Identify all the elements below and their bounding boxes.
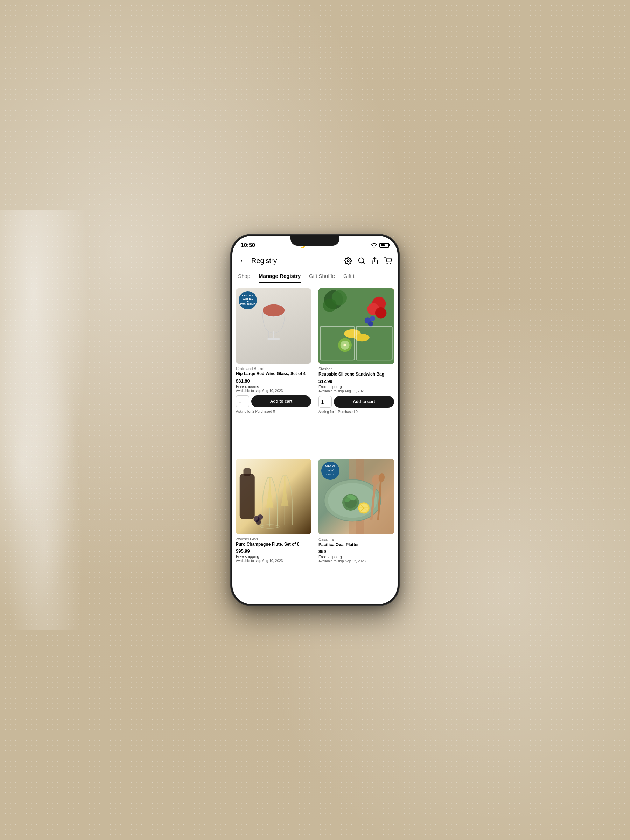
- nav-actions: [344, 257, 392, 265]
- product-image-champagne: [236, 459, 311, 534]
- cart-row-bag: Add to cart: [319, 396, 394, 408]
- svg-rect-32: [240, 474, 255, 519]
- product-card-platter: ONLY AT ♡♡ ZOLA Casafina Pacifica Oval P…: [315, 454, 398, 605]
- phone-wrapper: 10:50 🌙 ← Registry: [231, 235, 399, 605]
- svg-point-13: [323, 298, 337, 312]
- product-image-wine-glass: CRATE & BARREL★EXCLUSIVE: [236, 288, 311, 364]
- product-price-wine-glass: $31.80: [236, 378, 311, 384]
- tab-gift-t[interactable]: Gift t: [343, 270, 355, 283]
- svg-point-21: [343, 344, 346, 347]
- product-shipping-platter: Free shipping: [319, 555, 394, 559]
- product-badge-crate-barrel: CRATE & BARREL★EXCLUSIVE: [239, 291, 257, 309]
- product-image-platter: ONLY AT ♡♡ ZOLA: [319, 459, 394, 534]
- products-grid: CRATE & BARREL★EXCLUSIVE Crate and Barre…: [232, 284, 398, 604]
- svg-point-35: [257, 515, 263, 520]
- product-brand-bag: Stasher: [319, 367, 394, 371]
- page-title: Registry: [251, 257, 342, 265]
- product-price-bag: $12.99: [319, 379, 394, 384]
- quantity-input-bag[interactable]: [319, 396, 332, 408]
- product-shipping-champagne: Free shipping: [236, 554, 311, 559]
- svg-point-4: [387, 263, 387, 264]
- asking-info-wine-glass: Asking for 2 Purchased 0: [236, 409, 311, 413]
- svg-point-24: [368, 321, 373, 327]
- phone-screen: 10:50 🌙 ← Registry: [232, 236, 398, 604]
- wifi-icon: [371, 243, 377, 248]
- product-name-wine-glass: Hip Large Red Wine Glass, Set of 4: [236, 371, 311, 377]
- add-to-cart-button-bag[interactable]: Add to cart: [334, 396, 394, 408]
- notch: [291, 236, 339, 246]
- search-icon[interactable]: [358, 257, 365, 265]
- back-button[interactable]: ←: [238, 255, 248, 267]
- champagne-image: [236, 459, 311, 534]
- product-brand-champagne: Zwiesel Glas: [236, 537, 311, 541]
- svg-line-2: [363, 262, 364, 264]
- product-ship-date-wine-glass: Available to ship Aug 10, 2023: [236, 389, 311, 393]
- food-image: [319, 288, 394, 364]
- product-ship-date-champagne: Available to ship Aug 10, 2023: [236, 559, 311, 563]
- svg-rect-8: [267, 338, 280, 340]
- nav-header: ← Registry: [232, 252, 398, 270]
- product-name-platter: Pacifica Oval Platter: [319, 542, 394, 548]
- product-card-sandwich-bag: Stasher Reusable Silicone Sandwich Bag $…: [315, 284, 398, 454]
- svg-point-36: [256, 519, 261, 525]
- quantity-input-wine-glass[interactable]: [236, 395, 249, 407]
- product-name-bag: Reusable Silicone Sandwich Bag: [319, 372, 394, 377]
- product-image-sandwich-bag: [319, 288, 394, 364]
- svg-point-16: [375, 307, 387, 319]
- product-card-champagne: Zwiesel Glas Puro Champagne Flute, Set o…: [232, 454, 315, 605]
- floral-decoration: [0, 210, 112, 630]
- product-name-champagne: Puro Champagne Flute, Set of 6: [236, 542, 311, 547]
- phone-frame: 10:50 🌙 ← Registry: [231, 235, 399, 605]
- battery-fill: [381, 244, 385, 246]
- product-card-wine-glass: CRATE & BARREL★EXCLUSIVE Crate and Barre…: [232, 284, 315, 454]
- svg-point-0: [347, 260, 349, 262]
- product-price-champagne: $95.99: [236, 548, 311, 554]
- add-to-cart-button-wine-glass[interactable]: Add to cart: [251, 395, 311, 407]
- status-time: 10:50: [241, 242, 255, 248]
- tab-manage-registry[interactable]: Manage Registry: [259, 270, 301, 283]
- product-brand-wine-glass: Crate and Barrel: [236, 366, 311, 371]
- tabs-container: Shop Manage Registry Gift Shuffle Gift t: [232, 270, 398, 284]
- product-ship-date-bag: Available to ship Aug 11, 2023: [319, 389, 394, 393]
- asking-info-bag: Asking for 1 Purchased 0: [319, 410, 394, 414]
- svg-rect-33: [243, 468, 251, 476]
- product-brand-platter: Casafina: [319, 537, 394, 542]
- product-shipping-wine-glass: Free shipping: [236, 384, 311, 388]
- tab-shop[interactable]: Shop: [238, 270, 250, 283]
- product-ship-date-platter: Available to ship Sep 12, 2023: [319, 559, 394, 563]
- product-shipping-bag: Free shipping: [319, 385, 394, 389]
- product-badge-zola: ONLY AT ♡♡ ZOLA: [321, 462, 339, 480]
- product-price-platter: $59: [319, 549, 394, 554]
- share-icon[interactable]: [371, 257, 379, 265]
- svg-point-5: [390, 263, 391, 264]
- battery-icon: [379, 243, 389, 248]
- tab-gift-shuffle[interactable]: Gift Shuffle: [309, 270, 335, 283]
- svg-point-23: [370, 316, 375, 321]
- status-icons: [371, 243, 389, 248]
- cart-icon[interactable]: [384, 257, 392, 265]
- settings-icon[interactable]: [344, 257, 352, 265]
- cart-row-wine-glass: Add to cart: [236, 395, 311, 407]
